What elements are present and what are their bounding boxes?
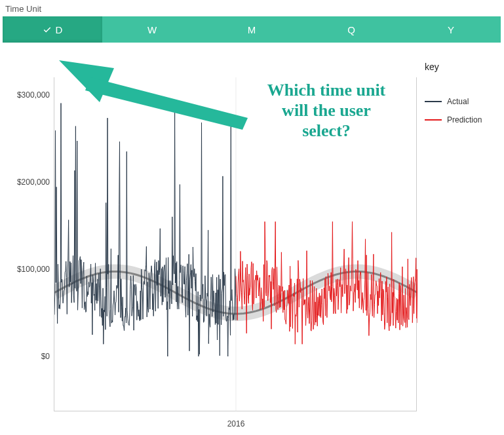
legend-swatch	[425, 101, 442, 102]
ytick-3: $300,000	[0, 90, 50, 100]
tab-y[interactable]: Y	[401, 16, 501, 43]
legend-label: Actual	[447, 97, 469, 106]
legend-title: key	[425, 62, 482, 72]
check-icon	[43, 25, 52, 34]
ytick-0: $0	[0, 352, 50, 361]
tab-label: Y	[448, 24, 454, 35]
tab-w[interactable]: W	[102, 16, 202, 43]
legend-item-prediction: Prediction	[425, 115, 482, 124]
ytick-2: $200,000	[0, 178, 50, 187]
svg-marker-0	[59, 60, 114, 102]
tab-label: W	[147, 24, 157, 35]
ytick-1: $100,000	[0, 265, 50, 274]
tab-d[interactable]: D	[3, 16, 102, 43]
tab-m[interactable]: M	[202, 16, 301, 43]
legend-item-actual: Actual	[425, 97, 482, 106]
annotation-arrow-icon	[51, 52, 248, 131]
annotation-text: Which time unitwill the userselect?	[254, 80, 398, 142]
tab-label: Q	[347, 24, 355, 35]
legend-label: Prediction	[447, 115, 482, 124]
legend: key ActualPrediction	[425, 62, 482, 134]
tab-label: M	[248, 24, 256, 35]
tab-label: D	[56, 24, 63, 35]
tab-q[interactable]: Q	[301, 16, 401, 43]
legend-swatch	[425, 119, 442, 121]
time-unit-tabs: DWMQY	[3, 16, 501, 43]
xtick-0: 2016	[227, 419, 245, 428]
section-label: Time Unit	[0, 0, 504, 16]
chart-area: $0 $100,000 $200,000 $300,000 2016 key A…	[0, 47, 504, 434]
